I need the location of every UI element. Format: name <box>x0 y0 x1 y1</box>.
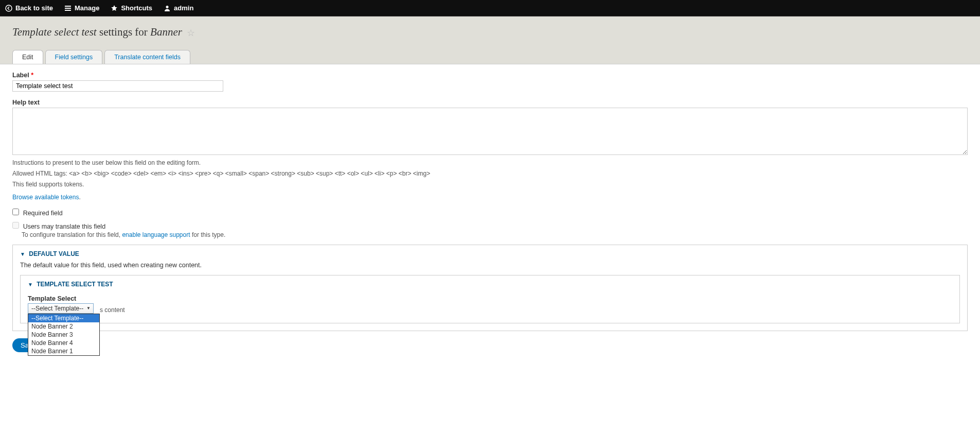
template-select[interactable]: --Select Template-- <box>28 303 94 314</box>
user-link[interactable]: admin <box>164 4 193 12</box>
help-text-textarea[interactable] <box>12 108 968 155</box>
collapse-arrow-icon: ▼ <box>20 251 25 257</box>
label-form-item: Label * <box>12 72 968 92</box>
page-title-field-name: Template select test <box>12 26 97 38</box>
help-text-label: Help text <box>12 99 968 106</box>
shortcut-star-icon[interactable]: ☆ <box>187 28 195 38</box>
user-icon <box>164 5 171 12</box>
default-value-fieldset: ▼ Default value The default value for th… <box>12 245 968 331</box>
required-field-checkbox[interactable] <box>12 209 19 215</box>
manage-link[interactable]: Manage <box>64 4 99 12</box>
users-translate-item: Users may translate this field To config… <box>12 222 968 238</box>
browse-tokens-link[interactable]: Browse available tokens <box>12 194 79 201</box>
shortcuts-label: Shortcuts <box>121 4 152 12</box>
default-value-legend[interactable]: ▼ Default value <box>13 245 967 260</box>
svg-point-0 <box>6 5 12 11</box>
template-select-fieldset: ▼ Template select test Template Select -… <box>20 275 960 323</box>
back-arrow-icon <box>5 5 12 12</box>
tab-edit[interactable]: Edit <box>12 50 43 64</box>
header-area: Template select test settings for Banner… <box>0 16 980 64</box>
help-text-desc3: This field supports tokens. <box>12 180 968 189</box>
template-select-label: Template Select <box>28 295 952 302</box>
shortcuts-link[interactable]: Shortcuts <box>111 4 152 12</box>
tab-translate[interactable]: Translate content fields <box>104 50 190 64</box>
template-select-dropdown: --Select Template-- Node Banner 2 Node B… <box>28 314 100 356</box>
template-select-hint: s content <box>100 306 952 314</box>
main-content: Label * Help text Instructions to presen… <box>0 64 980 359</box>
label-label: Label * <box>12 72 968 79</box>
hamburger-icon <box>64 5 72 12</box>
tab-field-settings[interactable]: Field settings <box>45 50 103 64</box>
dropdown-option[interactable]: Node Banner 1 <box>28 347 99 355</box>
users-translate-desc: To configure translation for this field,… <box>22 231 968 238</box>
users-translate-checkbox <box>12 222 19 229</box>
dropdown-option[interactable]: Node Banner 2 <box>28 322 99 331</box>
template-select-legend[interactable]: ▼ Template select test <box>21 275 959 290</box>
dropdown-option[interactable]: Node Banner 4 <box>28 339 99 347</box>
required-field-item: Required field <box>12 209 968 217</box>
enable-language-support-link[interactable]: enable language support <box>122 231 190 238</box>
help-text-desc1: Instructions to present to the user belo… <box>12 159 968 167</box>
collapse-arrow-icon: ▼ <box>28 282 33 287</box>
user-label: admin <box>174 4 193 12</box>
default-value-desc: The default value for this field, used w… <box>20 262 960 269</box>
manage-label: Manage <box>75 4 99 12</box>
page-title: Template select test settings for Banner… <box>12 26 968 39</box>
star-icon <box>111 5 118 12</box>
svg-point-1 <box>166 6 169 8</box>
primary-tabs: Edit Field settings Translate content fi… <box>12 50 968 64</box>
dropdown-option[interactable]: --Select Template-- <box>28 314 99 322</box>
label-input[interactable] <box>12 80 223 92</box>
back-to-site-label: Back to site <box>15 4 53 12</box>
page-title-bundle: Banner <box>150 26 182 38</box>
template-select-wrap: --Select Template-- --Select Template-- … <box>28 303 94 314</box>
dropdown-option[interactable]: Node Banner 3 <box>28 331 99 339</box>
required-asterisk: * <box>31 72 33 79</box>
help-text-form-item: Help text Instructions to present to the… <box>12 99 968 201</box>
required-field-label: Required field <box>23 210 63 217</box>
admin-toolbar: Back to site Manage Shortcuts admin <box>0 0 980 16</box>
page-title-middle: settings for <box>97 26 150 38</box>
help-text-desc2: Allowed HTML tags: <a> <b> <big> <code> … <box>12 169 968 178</box>
back-to-site-link[interactable]: Back to site <box>5 4 53 12</box>
users-translate-label: Users may translate this field <box>23 223 105 230</box>
